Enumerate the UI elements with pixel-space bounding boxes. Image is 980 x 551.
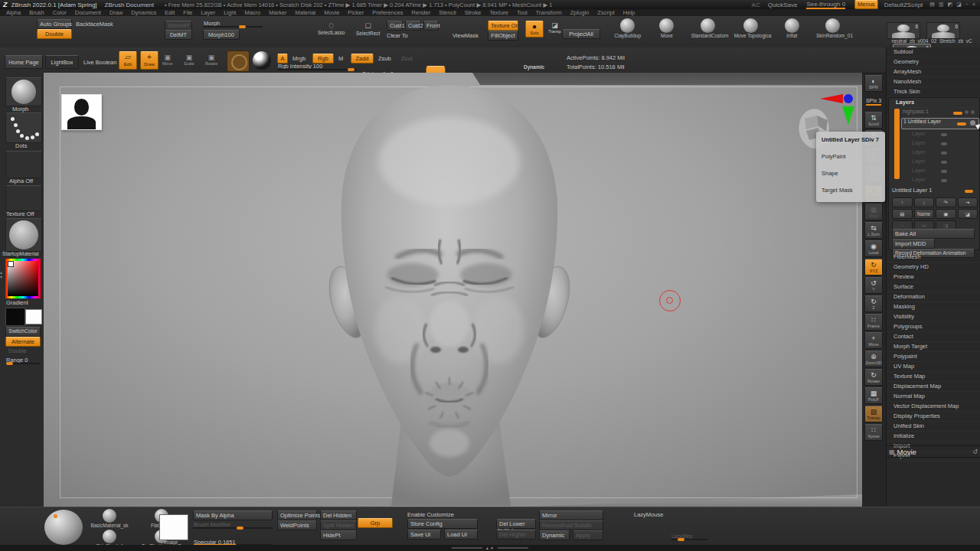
rightshelf-button[interactable]: ⇆ L.Sym	[864, 222, 883, 239]
load-ui-button[interactable]: Load Ui	[444, 530, 478, 540]
double-toggle[interactable]: Double	[8, 347, 27, 354]
tool-section-header[interactable]: Polygroups	[887, 322, 980, 332]
optimize-points-button[interactable]: Optimize Points	[277, 510, 317, 520]
menu-item[interactable]: Help	[623, 9, 635, 16]
menu-item[interactable]: File	[183, 9, 192, 16]
brush-preview-button[interactable]	[227, 51, 250, 72]
lazy-step-slider[interactable]: LazyStep	[671, 533, 707, 540]
rightshelf-button[interactable]: + Move	[864, 332, 883, 349]
range-slider[interactable]: Range 0	[5, 357, 41, 364]
solo-button[interactable]: ● Solo	[525, 21, 544, 37]
backface-mask-button[interactable]: BackfaceMask	[76, 21, 113, 28]
layer-slider[interactable]	[957, 122, 966, 126]
tool-thumbnail[interactable]: 6	[926, 22, 960, 39]
layer-tool-button[interactable]: Name	[914, 209, 935, 219]
hide-pt-button[interactable]: HidePt	[320, 530, 357, 540]
tool-section-header[interactable]: Normal Map	[887, 392, 980, 402]
select-lasso-tool[interactable]: ◌ SelectLasso	[318, 21, 345, 35]
del-hidden-button[interactable]: Del Hidden	[320, 510, 357, 520]
del-mt-button[interactable]: DelMT	[165, 30, 192, 40]
hand-left-icon[interactable]: ◩	[948, 2, 953, 8]
menu-item[interactable]: Light	[224, 9, 236, 16]
mirror-button[interactable]: Mirror	[539, 510, 603, 520]
tool-section-header[interactable]: Vector Displacement Map	[887, 402, 980, 412]
layer-row-empty[interactable]: Layer	[901, 139, 978, 148]
layer-tool-button[interactable]: ▣	[936, 209, 956, 219]
texture-image-swatch[interactable]	[159, 514, 188, 540]
rightshelf-button[interactable]: ◉ Local	[864, 240, 883, 257]
front-button[interactable]: Front	[423, 21, 439, 31]
brush-modifier-slider[interactable]: Brush Modifier	[193, 521, 273, 529]
document-canvas[interactable]	[44, 73, 862, 507]
layer-row-empty[interactable]: Layer	[901, 148, 978, 157]
layer-eye-icon[interactable]	[965, 110, 969, 114]
tool-section-header[interactable]: Contact	[887, 332, 980, 342]
home-page-button[interactable]: Home Page	[5, 55, 43, 69]
menus-toggle[interactable]: Menus	[854, 0, 878, 8]
menu-item[interactable]: Edit	[165, 9, 175, 16]
alpha-button[interactable]	[5, 151, 42, 178]
tray-collapse-arrows[interactable]: ▴▾	[0, 270, 2, 279]
tool-section-header[interactable]: Deformation	[887, 292, 980, 302]
dynamic-button[interactable]: Dynamic	[539, 530, 570, 540]
scale-button[interactable]: ▣ Scale	[184, 54, 194, 66]
brush-quickpick[interactable]: StandardCustom	[691, 18, 725, 38]
clear-to-button[interactable]: Clear To	[387, 32, 408, 39]
quicksave-button[interactable]: QuickSave	[768, 2, 798, 8]
stroke-type-button[interactable]	[5, 112, 42, 143]
transp-button[interactable]: ◪ Transp	[548, 21, 561, 34]
rightshelf-button[interactable]: ▦ PolyF	[864, 387, 883, 404]
dynamic-toggle[interactable]: Dynamic	[524, 64, 544, 70]
tool-section-header[interactable]: Surface	[887, 282, 980, 292]
tool-thumbnail[interactable]: 6	[887, 22, 920, 39]
tool-section-header[interactable]: Initialize	[887, 432, 980, 442]
menu-item[interactable]: Draw	[109, 9, 123, 16]
brush-quickpick[interactable]: ClayBuildup	[612, 18, 642, 38]
menu-item[interactable]: Brush	[29, 9, 44, 16]
brush-quickpick[interactable]: Inflat	[777, 18, 807, 38]
layer-tool-button[interactable]: ⇥	[958, 197, 978, 207]
split-hidden-button[interactable]: Split Hidden	[320, 520, 357, 530]
store-config-button[interactable]: Store Config	[407, 519, 478, 529]
menu-item[interactable]: Picker	[348, 9, 364, 16]
cust2-button[interactable]: Cust2	[405, 21, 421, 31]
minimize-icon[interactable]: −	[965, 2, 969, 8]
rotate-button[interactable]: ▣ Rotate	[205, 54, 217, 66]
tool-section-header[interactable]: Geometry HD	[887, 262, 980, 272]
tool-section-header[interactable]: Display Properties	[887, 412, 980, 422]
menu-item[interactable]: Color	[53, 9, 67, 16]
brush-quickpick[interactable]: Move	[652, 18, 681, 38]
view-mask-button[interactable]: ViewMask	[452, 32, 479, 39]
layer-tool-button[interactable]: ◪	[958, 209, 978, 219]
rightshelf-button[interactable]: ∷ Frame	[864, 314, 883, 331]
grp-button[interactable]: Grp	[358, 518, 393, 528]
rightshelf-button[interactable]: ▦ Floor	[864, 204, 883, 220]
layer-slider[interactable]	[953, 112, 962, 115]
menu-item[interactable]: Preferences	[372, 9, 403, 16]
color-picker[interactable]	[5, 259, 41, 298]
brush-quickpick[interactable]: SkinRandom_01	[816, 18, 850, 38]
popup-menu-item[interactable]: Shape	[822, 170, 885, 177]
layer-tool-button[interactable]: ↓	[914, 197, 935, 207]
menu-item[interactable]: Document	[75, 9, 101, 16]
rightshelf-button[interactable]: ▨ Transp	[864, 406, 883, 422]
tool-section-header[interactable]: Morph Target	[887, 342, 980, 352]
morph100-button[interactable]: Morph100	[203, 30, 240, 40]
rightshelf-button[interactable]: ⇅ Scroll	[864, 112, 883, 129]
layer-row-empty[interactable]: Layer	[901, 157, 978, 166]
see-through-slider[interactable]: See-through 0	[806, 1, 845, 9]
reference-image-card[interactable]	[61, 94, 102, 130]
lightbox-button[interactable]: LightBox	[45, 55, 79, 69]
tool-section-header[interactable]: Displacement Map	[887, 382, 980, 392]
rightshelf-button[interactable]: ∷ Xpose	[864, 424, 883, 441]
layer-intensity-bar[interactable]	[894, 109, 900, 179]
mask-by-alpha-button[interactable]: Mask By Alpha	[193, 510, 273, 520]
menu-item[interactable]: Texture	[489, 9, 508, 16]
menu-item[interactable]: Dynamics	[131, 9, 156, 16]
current-layer-name[interactable]: Untitled Layer 1	[892, 187, 978, 194]
layer-rec-icon[interactable]	[971, 110, 975, 114]
live-boolean-button[interactable]: Live Boolean	[83, 59, 116, 66]
menu-item[interactable]: Zplugin	[570, 9, 590, 16]
sculpted-head-model[interactable]	[301, 77, 601, 506]
rgb-intensity-slider[interactable]: Rgb Intensity 100	[277, 63, 357, 70]
